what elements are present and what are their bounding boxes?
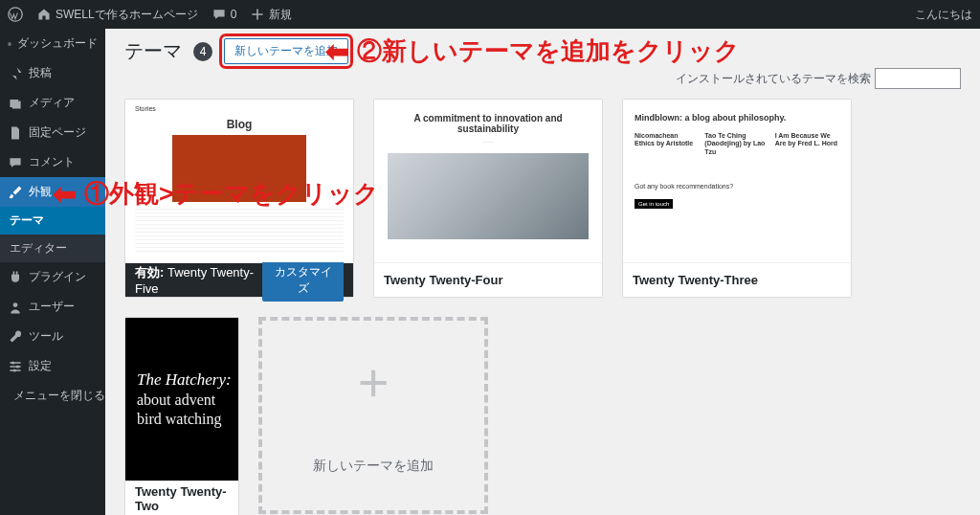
sidebar-collapse[interactable]: メニューを閉じる	[0, 381, 105, 411]
page-header: テーマ 4 新しいテーマを追加	[124, 38, 961, 64]
sidebar-subitem-themes[interactable]: テーマ	[0, 207, 105, 235]
theme-name: Twenty Twenty-Two	[135, 484, 229, 513]
user-icon	[8, 300, 23, 315]
svg-point-2	[11, 361, 14, 364]
customize-button[interactable]: カスタマイズ	[262, 259, 344, 302]
theme-thumbnail: A commitment to innovation and sustainab…	[374, 100, 602, 262]
thumb-heading: Blog	[135, 118, 344, 131]
theme-search-input[interactable]	[875, 68, 961, 89]
new-label: 新規	[269, 7, 292, 23]
page-icon	[8, 125, 23, 141]
sidebar-item-users[interactable]: ユーザー	[0, 292, 105, 322]
sidebar-label: 固定ページ	[29, 124, 86, 141]
add-new-theme-tile[interactable]: + 新しいテーマを追加	[258, 317, 488, 514]
admin-bar: SWELLで作るホームページ 0 新規 こんにちは	[0, 0, 980, 29]
sidebar-label: プラグイン	[29, 269, 86, 285]
sidebar-label: コメント	[29, 154, 75, 170]
comment-icon	[8, 155, 23, 170]
thumb-cta-button: Get in touch	[635, 199, 673, 209]
wp-logo[interactable]	[8, 7, 23, 22]
plugin-icon	[8, 270, 23, 285]
wordpress-icon	[8, 7, 23, 22]
theme-card-twenty-twenty-five[interactable]: Stories Blog 有効: Twenty Twenty-Five カスタマ…	[124, 99, 354, 298]
dashboard-icon	[8, 36, 11, 52]
sidebar-label: ユーザー	[29, 299, 75, 315]
theme-thumbnail: The Hatchery: about advent bird watching	[125, 318, 238, 481]
themes-grid: Stories Blog 有効: Twenty Twenty-Five カスタマ…	[124, 99, 961, 515]
sidebar-label: メニューを閉じる	[13, 388, 105, 404]
thumb-cta-text: Got any book recommendations?	[635, 183, 839, 190]
thumb-col-title: Nicomachean Ethics by Aristotle	[635, 132, 699, 148]
sidebar-label: ダッシュボード	[17, 35, 98, 52]
svg-point-3	[16, 365, 19, 368]
theme-card-twenty-twenty-two[interactable]: The Hatchery: about advent bird watching…	[124, 317, 239, 515]
svg-point-4	[13, 369, 16, 371]
wrench-icon	[8, 329, 23, 345]
sidebar-item-settings[interactable]: 設定	[0, 351, 105, 381]
thumb-image-placeholder	[388, 153, 589, 239]
sidebar-appearance-submenu: テーマ エディター	[0, 207, 105, 262]
home-icon	[36, 7, 52, 22]
sidebar-item-pages[interactable]: 固定ページ	[0, 118, 105, 147]
sidebar-item-comments[interactable]: コメント	[0, 147, 105, 177]
theme-name: Twenty Twenty-Three	[633, 273, 758, 287]
sidebar-item-posts[interactable]: 投稿	[0, 58, 105, 88]
sliders-icon	[8, 359, 23, 374]
comment-icon	[212, 7, 227, 22]
theme-search-row: インストールされているテーマを検索	[124, 68, 961, 89]
sidebar-label: 外観	[29, 184, 52, 200]
new-content-link[interactable]: 新規	[250, 7, 292, 23]
brush-icon	[8, 185, 23, 200]
plus-icon: +	[358, 356, 390, 410]
sidebar-item-dashboard[interactable]: ダッシュボード	[0, 29, 105, 58]
sidebar-item-appearance[interactable]: 外観	[0, 177, 105, 207]
theme-card-twenty-twenty-three[interactable]: Mindblown: a blog about philosophy. Nico…	[622, 99, 852, 298]
pin-icon	[8, 66, 23, 81]
add-new-theme-button[interactable]: 新しいテーマを追加	[224, 38, 348, 64]
theme-card-twenty-twenty-four[interactable]: A commitment to innovation and sustainab…	[373, 99, 603, 298]
thumb-col-title: Tao Te Ching (Daodejing) by Lao Tzu	[704, 132, 768, 156]
thumb-subheading: about advent	[137, 391, 238, 410]
thumb-col-title: I Am Because We Are by Fred L. Hord	[775, 132, 839, 148]
site-home-link[interactable]: SWELLで作るホームページ	[36, 7, 198, 23]
theme-footer: 有効: Twenty Twenty-Five カスタマイズ	[125, 262, 353, 297]
greeting-text: こんにちは	[915, 7, 972, 23]
sidebar-label: メディア	[29, 95, 75, 111]
theme-thumbnail: Mindblown: a blog about philosophy. Nico…	[623, 100, 851, 262]
plus-icon	[250, 7, 265, 22]
thumb-image-placeholder	[172, 135, 306, 202]
sidebar-item-media[interactable]: メディア	[0, 88, 105, 118]
active-theme-label: 有効: Twenty Twenty-Five	[135, 264, 262, 296]
comments-count: 0	[231, 8, 237, 21]
sidebar-item-plugins[interactable]: プラグイン	[0, 262, 105, 292]
theme-footer: Twenty Twenty-Two	[125, 481, 238, 515]
sidebar-subitem-editor[interactable]: エディター	[0, 235, 105, 262]
site-name: SWELLで作るホームページ	[56, 7, 198, 23]
theme-name: Twenty Twenty-Four	[384, 273, 502, 287]
search-label: インストールされているテーマを検索	[676, 71, 871, 87]
theme-thumbnail: Stories Blog	[125, 100, 353, 262]
greeting[interactable]: こんにちは	[915, 7, 972, 23]
comments-link[interactable]: 0	[212, 7, 237, 22]
thumb-subheading: bird watching	[137, 410, 238, 429]
thumb-subtext: ……	[388, 138, 589, 144]
add-new-label: 新しいテーマを追加	[313, 458, 434, 475]
sidebar-label: 設定	[29, 358, 52, 374]
theme-footer: Twenty Twenty-Three	[623, 262, 851, 297]
thumb-heading: Mindblown: a blog about philosophy.	[635, 113, 839, 123]
thumb-columns: Nicomachean Ethics by Aristotle Tao Te C…	[635, 132, 839, 158]
sidebar-label: 投稿	[29, 65, 52, 81]
media-icon	[8, 96, 23, 111]
admin-bar-left: SWELLで作るホームページ 0 新規	[8, 7, 292, 23]
sidebar-item-tools[interactable]: ツール	[0, 322, 105, 351]
thumb-text-lines	[135, 206, 344, 254]
content-area: テーマ 4 新しいテーマを追加 インストールされているテーマを検索 Storie…	[105, 29, 980, 515]
page-title: テーマ	[124, 38, 182, 64]
theme-footer: Twenty Twenty-Four	[374, 262, 602, 297]
sidebar-label: ツール	[29, 328, 63, 345]
theme-count-badge: 4	[193, 42, 212, 61]
thumb-heading: The Hatchery:	[137, 369, 238, 390]
admin-sidebar: ダッシュボード 投稿 メディア 固定ページ コメント 外観 テーマ エディター …	[0, 29, 105, 515]
thumb-text: Stories	[135, 105, 344, 112]
thumb-heading: A commitment to innovation and sustainab…	[388, 113, 589, 134]
